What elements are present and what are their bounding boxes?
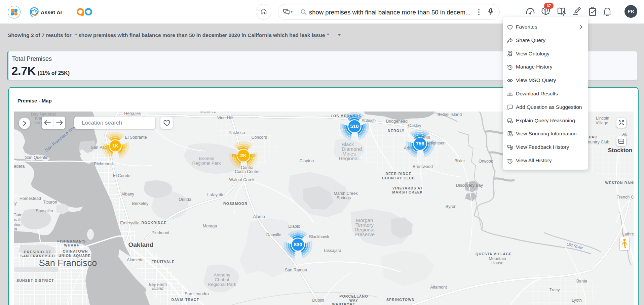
- svg-text:House: House: [491, 261, 503, 265]
- svg-text:ional: ional: [14, 217, 20, 222]
- svg-text:Regional Park: Regional Park: [208, 282, 236, 287]
- svg-text:Emeryville: Emeryville: [120, 221, 140, 225]
- svg-text:DEER RIDGE: DEER RIDGE: [385, 172, 411, 176]
- svg-text:Lyoth: Lyoth: [572, 298, 582, 303]
- svg-text:Antioch: Antioch: [362, 118, 376, 123]
- svg-text:Costa Centre: Costa Centre: [235, 169, 260, 174]
- svg-text:756: 756: [416, 141, 424, 146]
- svg-text:CHINATOWN: CHINATOWN: [63, 249, 88, 253]
- svg-text:NEROLY: NEROLY: [388, 129, 405, 133]
- svg-text:SUNSET DISTRICT: SUNSET DISTRICT: [16, 278, 54, 282]
- svg-text:Moraga: Moraga: [203, 224, 217, 228]
- svg-text:Regional Park: Regional Park: [192, 161, 221, 166]
- svg-text:Tassajara: Tassajara: [323, 248, 341, 253]
- svg-text:QUESTA VILLAGE: QUESTA VILLAGE: [476, 252, 512, 256]
- svg-text:Danville: Danville: [266, 232, 281, 237]
- svg-text:1K: 1K: [112, 143, 118, 148]
- svg-text:COUNTRY CLUB: COUNTRY CLUB: [382, 176, 415, 180]
- svg-text:Richmond: Richmond: [94, 162, 113, 166]
- svg-text:Discovery Bay: Discovery Bay: [456, 183, 483, 188]
- svg-text:Briones: Briones: [199, 156, 214, 161]
- svg-text:Tracy: Tracy: [550, 288, 560, 292]
- svg-text:San Francisco: San Francisco: [39, 258, 97, 268]
- svg-text:Alameda: Alameda: [127, 258, 143, 262]
- svg-text:SAN FRANCISCO: SAN FRANCISCO: [20, 254, 55, 258]
- svg-text:Marsh Creek: Marsh Creek: [334, 191, 358, 196]
- svg-text:French C: French C: [616, 195, 634, 200]
- svg-text:Orwood: Orwood: [479, 159, 493, 164]
- svg-text:Preserve: Preserve: [354, 231, 375, 237]
- svg-text:830: 830: [294, 242, 302, 247]
- svg-text:Clayton: Clayton: [300, 159, 314, 163]
- svg-text:Lincoln: Lincoln: [596, 116, 609, 121]
- svg-text:El Cerrito: El Cerrito: [113, 173, 130, 178]
- svg-text:Lathro: Lathro: [622, 232, 634, 236]
- svg-text:Chabot: Chabot: [215, 277, 229, 282]
- svg-text:Oakland: Oakland: [128, 241, 154, 248]
- svg-text:Bethel Island: Bethel Island: [438, 112, 462, 117]
- svg-text:UNION SQUARE: UNION SQUARE: [59, 254, 91, 258]
- svg-text:rea: rea: [14, 227, 17, 231]
- svg-text:VINEYARDS AT: VINEYARDS AT: [392, 186, 423, 190]
- svg-text:Homestead: Homestead: [20, 196, 41, 201]
- svg-text:Sausalito: Sausalito: [36, 209, 53, 213]
- svg-text:Berkeley: Berkeley: [132, 201, 149, 206]
- svg-text:MARSH CREEK: MARSH CREEK: [392, 190, 423, 194]
- svg-text:Lafayette: Lafayette: [207, 192, 224, 197]
- svg-text:ROCKRIDGE: ROCKRIDGE: [142, 221, 167, 225]
- svg-text:2K: 2K: [240, 152, 247, 158]
- svg-text:Vine Hill: Vine Hill: [217, 116, 233, 120]
- svg-text:San Leandro: San Leandro: [185, 292, 209, 296]
- svg-text:Bridgehead: Bridgehead: [386, 119, 408, 124]
- svg-text:Bixler: Bixler: [454, 159, 465, 163]
- svg-text:WESTON RANCH: WESTON RANCH: [605, 181, 634, 185]
- svg-text:Springs: Springs: [337, 195, 351, 200]
- svg-text:510: 510: [350, 123, 358, 129]
- svg-text:Walnut Creek: Walnut Creek: [229, 177, 255, 182]
- svg-text:DAVIS TRACT: DAVIS TRACT: [171, 298, 199, 302]
- svg-text:Island: Island: [152, 286, 163, 291]
- svg-text:Concord: Concord: [251, 135, 267, 140]
- svg-text:Tiburon: Tiburon: [43, 200, 57, 205]
- svg-text:Byron: Byron: [446, 204, 457, 209]
- svg-text:Regional...: Regional...: [339, 156, 363, 161]
- svg-text:WHARF: WHARF: [64, 243, 79, 247]
- svg-text:San Ramon: San Ramon: [285, 268, 307, 272]
- svg-text:Albany: Albany: [121, 192, 135, 197]
- svg-text:PORCELLANO: PORCELLANO: [339, 294, 368, 298]
- svg-text:FRUITVALE: FRUITVALE: [152, 260, 175, 264]
- svg-text:Orinda: Orinda: [179, 197, 191, 202]
- svg-text:Banta: Banta: [576, 279, 588, 284]
- svg-text:Village: Village: [596, 121, 608, 125]
- svg-text:Mountain: Mountain: [489, 256, 506, 261]
- svg-text:San Quentin: San Quentin: [25, 155, 48, 160]
- svg-text:Madera: Madera: [14, 164, 25, 169]
- svg-text:Piedmont: Piedmont: [152, 230, 169, 235]
- svg-text:FISHERMAN'S: FISHERMAN'S: [57, 239, 86, 243]
- svg-text:ROSSMOOR: ROSSMOOR: [223, 202, 248, 206]
- svg-text:El Sobrante: El Sobrante: [125, 135, 147, 140]
- svg-text:WESTPORT: WESTPORT: [332, 302, 355, 305]
- svg-text:PAC: PAC: [589, 135, 598, 139]
- svg-text:WAY: WAY: [349, 298, 358, 302]
- svg-text:Pacheco: Pacheco: [229, 130, 245, 135]
- svg-text:n Gate: n Gate: [14, 213, 23, 217]
- svg-text:Au: Au: [622, 132, 627, 137]
- svg-text:lley: lley: [14, 201, 17, 206]
- svg-text:Hercules: Hercules: [124, 112, 141, 116]
- svg-text:Anthony: Anthony: [214, 272, 230, 277]
- svg-text:PRESIDIO OF: PRESIDIO OF: [24, 250, 51, 254]
- svg-text:ountry Club: ountry Club: [588, 140, 609, 144]
- svg-text:Oakley: Oakley: [408, 123, 422, 128]
- svg-text:eation: eation: [14, 222, 22, 227]
- svg-text:Altamont: Altamont: [430, 285, 447, 290]
- svg-text:Diablo: Diablo: [288, 224, 300, 229]
- svg-text:Blackhawk: Blackhawk: [309, 234, 329, 239]
- svg-text:Alamo: Alamo: [253, 214, 265, 219]
- svg-text:SPRINGTOWN: SPRINGTOWN: [386, 298, 415, 302]
- svg-text:Martinez: Martinez: [200, 112, 216, 114]
- svg-text:Brentwood: Brentwood: [413, 164, 433, 169]
- svg-text:Stockton: Stockton: [608, 147, 633, 154]
- svg-text:Dublin: Dublin: [312, 298, 324, 303]
